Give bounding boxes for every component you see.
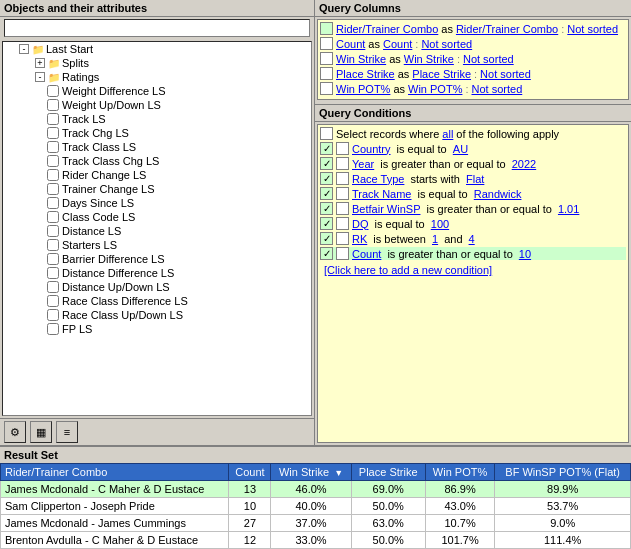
cond-cb-year[interactable]: ✓	[320, 157, 333, 170]
cb-trackls[interactable]	[47, 113, 59, 125]
cb-fpls[interactable]	[47, 323, 59, 335]
cb-distancels[interactable]	[47, 225, 59, 237]
node-ratings[interactable]: Ratings	[62, 71, 99, 83]
toolbar-btn-3[interactable]: ≡	[56, 421, 78, 443]
cond-sub-cb-dq[interactable]	[336, 217, 349, 230]
cond-val-betfair[interactable]: 1.01	[558, 203, 579, 215]
cb-riderchange[interactable]	[47, 169, 59, 181]
expand-icon[interactable]: -	[19, 44, 29, 54]
td-winstrike-1: 46.0%	[271, 481, 351, 498]
add-condition-link[interactable]: [Click here to add a new condition]	[320, 262, 496, 278]
col-link-winstrike[interactable]: Win Strike	[336, 53, 386, 65]
cb-startersls[interactable]	[47, 239, 59, 251]
cond-val-dq[interactable]: 100	[431, 218, 449, 230]
cond-sub-cb-count[interactable]	[336, 247, 349, 260]
cb-trackchgls[interactable]	[47, 127, 59, 139]
cond-cb-trackname[interactable]: ✓	[320, 187, 333, 200]
col-row-1: Rider/Trainer Combo as Rider/Trainer Com…	[320, 22, 626, 35]
th-winpot[interactable]: Win POT%	[425, 464, 495, 481]
cond-val-country[interactable]: AU	[453, 143, 468, 155]
col-sort-winstrike[interactable]: Not sorted	[463, 53, 514, 65]
col-cb-4[interactable]	[320, 67, 333, 80]
col-sort-winpot[interactable]: Not sorted	[472, 83, 523, 95]
col-as-link-count[interactable]: Count	[383, 38, 412, 50]
cond-field-betfair[interactable]: Betfair WinSP	[352, 203, 420, 215]
cond-val-trackname[interactable]: Randwick	[474, 188, 522, 200]
tree-node-root: - 📁 Last Start	[3, 42, 311, 56]
col-sort-count[interactable]: Not sorted	[421, 38, 472, 50]
tree-container[interactable]: - 📁 Last Start + 📁 Splits - 📁 Ratings We…	[2, 41, 312, 416]
col-link-placestrike[interactable]: Place Strike	[336, 68, 395, 80]
cb-trainerchange[interactable]	[47, 183, 59, 195]
col-sort-placestrike[interactable]: Not sorted	[480, 68, 531, 80]
cond-field-year[interactable]: Year	[352, 158, 374, 170]
col-cb-2[interactable]	[320, 37, 333, 50]
select-all-link[interactable]: all	[442, 128, 453, 140]
col-as-link-winpot[interactable]: Win POT%	[408, 83, 462, 95]
th-placestrike[interactable]: Place Strike	[351, 464, 425, 481]
cond-cb-country[interactable]: ✓	[320, 142, 333, 155]
cb-wdls[interactable]	[47, 85, 59, 97]
cb-trackclasschg[interactable]	[47, 155, 59, 167]
cond-val-racetype[interactable]: Flat	[466, 173, 484, 185]
cond-field-racetype[interactable]: Race Type	[352, 173, 404, 185]
cond-cb-racetype[interactable]: ✓	[320, 172, 333, 185]
tree-node-barrierdiff: Barrier Difference LS	[3, 252, 311, 266]
cb-wupls[interactable]	[47, 99, 59, 111]
col-cb-3[interactable]	[320, 52, 333, 65]
cond-field-rk[interactable]: RK	[352, 233, 367, 245]
cond-val-rk1[interactable]: 1	[432, 233, 438, 245]
col-sort-ridertrainer[interactable]: Not sorted	[567, 23, 618, 35]
cb-trackclassls[interactable]	[47, 141, 59, 153]
expand-icon-ratings[interactable]: -	[35, 72, 45, 82]
cond-sub-cb-trackname[interactable]	[336, 187, 349, 200]
cond-field-count[interactable]: Count	[352, 248, 381, 260]
cond-field-dq[interactable]: DQ	[352, 218, 369, 230]
table-row: Sam Clipperton - Joseph Pride 10 40.0% 5…	[1, 498, 631, 515]
cond-row-country: ✓ Country is equal to AU	[320, 142, 626, 155]
cb-distancediff[interactable]	[47, 267, 59, 279]
cond-field-trackname[interactable]: Track Name	[352, 188, 412, 200]
cb-distanceupdown[interactable]	[47, 281, 59, 293]
th-ridertrainer[interactable]: Rider/Trainer Combo	[1, 464, 229, 481]
col-link-winpot[interactable]: Win POT%	[336, 83, 390, 95]
cond-row-year: ✓ Year is greater than or equal to 2022	[320, 157, 626, 170]
cb-raceclassupdown[interactable]	[47, 309, 59, 321]
cond-cb-count[interactable]: ✓	[320, 247, 333, 260]
expand-icon-splits[interactable]: +	[35, 58, 45, 68]
toolbar-btn-1[interactable]: ⚙	[4, 421, 26, 443]
th-winstrike[interactable]: Win Strike ▼	[271, 464, 351, 481]
col-link-count[interactable]: Count	[336, 38, 365, 50]
cb-barrierdiff[interactable]	[47, 253, 59, 265]
cb-raceclassdiff[interactable]	[47, 295, 59, 307]
search-input[interactable]	[4, 19, 310, 37]
cond-cb-rk[interactable]: ✓	[320, 232, 333, 245]
cond-sub-cb-rk[interactable]	[336, 232, 349, 245]
cond-field-country[interactable]: Country	[352, 143, 391, 155]
node-splits[interactable]: Splits	[62, 57, 89, 69]
cond-cb-dq[interactable]: ✓	[320, 217, 333, 230]
cond-sub-cb-racetype[interactable]	[336, 172, 349, 185]
select-all-cb[interactable]	[320, 127, 333, 140]
cond-val-count[interactable]: 10	[519, 248, 531, 260]
col-as-link-winstrike[interactable]: Win Strike	[404, 53, 454, 65]
col-as-link-placestrike[interactable]: Place Strike	[412, 68, 471, 80]
th-count[interactable]: Count	[229, 464, 271, 481]
th-bfwinsp[interactable]: BF WinSP POT% (Flat)	[495, 464, 631, 481]
col-row-5: Win POT% as Win POT% : Not sorted	[320, 82, 626, 95]
col-cb-1[interactable]	[320, 22, 333, 35]
toolbar-btn-2[interactable]: ▦	[30, 421, 52, 443]
cond-val-year[interactable]: 2022	[512, 158, 536, 170]
query-conditions[interactable]: Select records where all of the followin…	[317, 124, 629, 443]
col-as-link-ridertrainer[interactable]: Rider/Trainer Combo	[456, 23, 558, 35]
col-link-ridertrainer[interactable]: Rider/Trainer Combo	[336, 23, 438, 35]
node-last-start[interactable]: Last Start	[46, 43, 93, 55]
cond-cb-betfair[interactable]: ✓	[320, 202, 333, 215]
cb-classcode[interactable]	[47, 211, 59, 223]
cb-dayssince[interactable]	[47, 197, 59, 209]
cond-sub-cb-year[interactable]	[336, 157, 349, 170]
col-cb-5[interactable]	[320, 82, 333, 95]
cond-sub-cb-country[interactable]	[336, 142, 349, 155]
cond-val-rk2[interactable]: 4	[469, 233, 475, 245]
cond-sub-cb-betfair[interactable]	[336, 202, 349, 215]
